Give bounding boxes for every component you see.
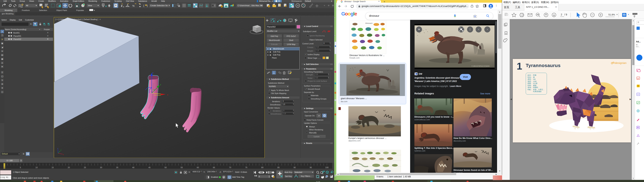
svg-text:15: 15: [52, 166, 54, 169]
svg-text:80: 80: [261, 166, 264, 169]
svg-text:30: 30: [100, 166, 102, 169]
svg-text:All: All: [26, 4, 28, 6]
svg-text:90: 90: [294, 166, 296, 169]
svg-text:}: }: [147, 4, 148, 7]
svg-text:0: 0: [259, 176, 260, 178]
svg-text:0: 0: [4, 166, 5, 169]
svg-text:65: 65: [213, 166, 215, 169]
svg-text:100: 100: [325, 166, 328, 169]
svg-text:View: View: [88, 4, 92, 6]
svg-text:x: x: [167, 94, 168, 96]
svg-text:y: y: [160, 83, 161, 86]
svg-text:10: 10: [297, 4, 299, 6]
svg-text:95: 95: [310, 166, 312, 169]
svg-text:5: 5: [20, 166, 21, 169]
svg-text:x: x: [63, 154, 64, 155]
svg-text:85: 85: [278, 166, 280, 169]
svg-text:z: z: [152, 72, 154, 74]
svg-text:%: %: [132, 4, 134, 7]
svg-text:y: y: [61, 149, 62, 151]
svg-text:40: 40: [132, 166, 134, 169]
svg-text:.5: .5: [123, 6, 124, 8]
svg-text:45: 45: [148, 166, 150, 169]
svg-text:▲: ▲: [268, 176, 270, 177]
svg-text:70: 70: [229, 166, 231, 169]
svg-text:20: 20: [68, 166, 70, 169]
svg-text:55: 55: [181, 166, 183, 169]
svg-text:Create Selection Se: Create Selection Se: [150, 4, 168, 6]
svg-text:z: z: [58, 148, 58, 149]
svg-text:25: 25: [84, 166, 86, 169]
svg-text:▼: ▼: [268, 177, 270, 178]
svg-text:© CARLOS PAPOLIO STUDIOS: © CARLOS PAPOLIO STUDIOS: [472, 66, 490, 67]
svg-text:60: 60: [197, 166, 199, 169]
svg-text:35: 35: [116, 166, 118, 169]
svg-text:10: 10: [36, 166, 38, 169]
svg-text:Dinosaurs: Dinosaurs: [365, 22, 372, 24]
svg-text:2: 2: [121, 4, 122, 7]
svg-text:{: {: [143, 4, 144, 7]
svg-text:75: 75: [245, 166, 247, 169]
svg-text:FRONT: FRONT: [254, 30, 258, 31]
svg-text:C:\Users\mari...\3ds Max 202: C:\Users\mari...\3ds Max 202: [238, 4, 263, 6]
svg-text:50: 50: [164, 166, 167, 169]
